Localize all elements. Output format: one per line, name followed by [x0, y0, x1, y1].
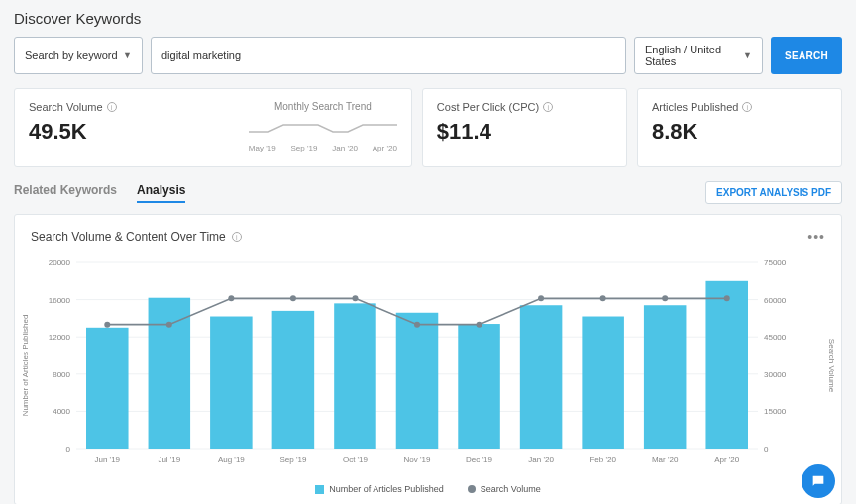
svg-rect-24 [458, 324, 500, 449]
tab-related-keywords[interactable]: Related Keywords [14, 183, 117, 203]
svg-text:60000: 60000 [764, 296, 787, 305]
svg-point-35 [477, 322, 482, 328]
articles-label: Articles Published i [652, 101, 827, 113]
svg-text:30000: 30000 [764, 370, 787, 379]
svg-point-37 [600, 295, 606, 301]
svg-text:Nov '19: Nov '19 [404, 455, 431, 464]
svg-rect-27 [644, 305, 687, 449]
export-pdf-button[interactable]: EXPORT ANALYSIS PDF [705, 181, 842, 204]
svg-rect-26 [582, 317, 624, 449]
svg-rect-23 [396, 313, 439, 449]
language-select[interactable]: English / United States ▼ [634, 37, 763, 74]
trend-sparkline [249, 120, 397, 140]
svg-text:Jul '19: Jul '19 [158, 455, 180, 464]
svg-text:75000: 75000 [764, 258, 787, 267]
svg-text:15000: 15000 [764, 407, 787, 416]
tab-analysis[interactable]: Analysis [137, 183, 185, 203]
page-title: Discover Keywords [14, 10, 842, 27]
search-mode-select[interactable]: Search by keyword ▼ [14, 37, 143, 74]
chat-fab[interactable] [802, 464, 835, 498]
legend-bars: Number of Articles Published [315, 484, 444, 494]
svg-text:Mar '20: Mar '20 [652, 455, 679, 464]
svg-text:Jan '20: Jan '20 [528, 455, 554, 464]
svg-text:0: 0 [764, 445, 769, 454]
cpc-value: $11.4 [437, 119, 612, 145]
svg-point-32 [290, 295, 296, 301]
search-volume-label: Search Volume i [29, 101, 117, 113]
y-right-axis-label: Search Volume [827, 339, 836, 392]
svg-text:4000: 4000 [53, 407, 70, 416]
svg-rect-22 [334, 303, 376, 449]
legend-line: Search Volume [468, 484, 541, 494]
svg-text:Aug '19: Aug '19 [218, 455, 245, 464]
svg-point-31 [228, 295, 234, 301]
articles-value: 8.8K [652, 119, 827, 145]
search-button[interactable]: SEARCH [771, 37, 842, 74]
svg-text:Dec '19: Dec '19 [466, 455, 492, 464]
chart-plot-area: Number of Articles Published Search Volu… [31, 254, 825, 476]
search-mode-label: Search by keyword [25, 50, 118, 61]
svg-rect-28 [705, 281, 748, 449]
svg-text:16000: 16000 [49, 296, 71, 305]
chart-svg: 0400080001200016000200000150003000045000… [31, 254, 803, 472]
svg-text:Sep '19: Sep '19 [279, 455, 306, 464]
search-volume-value: 49.5K [29, 119, 117, 145]
svg-rect-25 [520, 305, 563, 449]
chat-icon [810, 473, 826, 489]
cpc-label: Cost Per Click (CPC) i [437, 101, 612, 113]
svg-rect-19 [149, 298, 191, 449]
more-icon[interactable]: ••• [807, 229, 825, 245]
info-icon[interactable]: i [107, 102, 117, 112]
tabs-row: Related Keywords Analysis EXPORT ANALYSI… [14, 181, 842, 204]
y-left-axis-label: Number of Articles Published [21, 315, 30, 417]
svg-point-34 [414, 322, 420, 328]
trend-ticks: May '19 Sep '19 Jan '20 Apr '20 [249, 144, 397, 152]
svg-text:20000: 20000 [49, 258, 71, 267]
svg-text:Feb '20: Feb '20 [589, 455, 616, 464]
tabs: Related Keywords Analysis [14, 183, 185, 203]
search-bar: Search by keyword ▼ English / United Sta… [14, 37, 842, 74]
monthly-trend: Monthly Search Trend May '19 Sep '19 Jan… [249, 101, 397, 152]
svg-point-33 [352, 295, 358, 301]
svg-text:45000: 45000 [764, 333, 787, 342]
trend-label: Monthly Search Trend [274, 101, 372, 112]
svg-text:Apr '20: Apr '20 [714, 455, 740, 464]
chevron-down-icon: ▼ [743, 50, 752, 60]
svg-rect-20 [210, 317, 253, 449]
square-icon [315, 485, 324, 494]
svg-point-30 [166, 322, 172, 328]
info-icon[interactable]: i [232, 232, 242, 242]
cpc-card: Cost Per Click (CPC) i $11.4 [422, 88, 627, 167]
svg-text:0: 0 [66, 445, 71, 454]
svg-text:12000: 12000 [49, 333, 71, 342]
svg-text:Jun '19: Jun '19 [94, 455, 120, 464]
chart-legend: Number of Articles Published Search Volu… [31, 484, 825, 494]
info-icon[interactable]: i [742, 102, 752, 112]
chevron-down-icon: ▼ [123, 50, 132, 60]
info-icon[interactable]: i [543, 102, 553, 112]
svg-point-29 [104, 322, 110, 328]
keyword-input[interactable] [151, 37, 626, 74]
svg-point-38 [662, 295, 668, 301]
articles-card: Articles Published i 8.8K [637, 88, 842, 167]
language-label: English / United States [645, 44, 743, 67]
chart-card: Search Volume & Content Over Time i ••• … [14, 214, 842, 504]
metrics-row: Search Volume i 49.5K Monthly Search Tre… [14, 88, 842, 167]
svg-point-36 [538, 295, 544, 301]
svg-text:Oct '19: Oct '19 [343, 455, 369, 464]
svg-point-39 [724, 295, 730, 301]
dot-icon [468, 485, 476, 493]
search-volume-card: Search Volume i 49.5K Monthly Search Tre… [14, 88, 412, 167]
chart-title: Search Volume & Content Over Time i [31, 230, 242, 244]
svg-rect-18 [86, 328, 129, 449]
svg-rect-21 [272, 311, 315, 449]
svg-text:8000: 8000 [53, 370, 70, 379]
